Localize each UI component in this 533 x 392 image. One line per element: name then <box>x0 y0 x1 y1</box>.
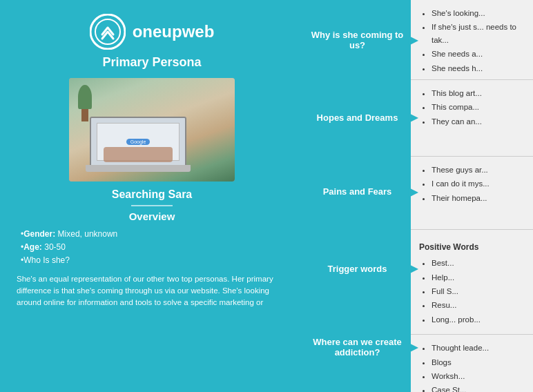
list-item: Help... <box>432 271 525 284</box>
left-panel: oneupweb Primary Persona Google Searchin… <box>0 0 304 392</box>
list-item: Blogs <box>432 356 525 369</box>
section-header-pains: Pains and Fears <box>304 155 411 228</box>
list-item: She needs h... <box>432 62 525 75</box>
section-headers-column: Why is she coming to us? Hopes and Dream… <box>304 0 411 392</box>
list-item: This blog art... <box>432 87 525 99</box>
persona-name: Searching Sara <box>112 188 193 201</box>
overview-details: •Gender: Mixed, unknown •Age: 30-50 •Who… <box>14 228 290 268</box>
list-item: These guys ar... <box>432 164 525 176</box>
list-item: They can an... <box>432 115 525 128</box>
list-item: Case St... <box>432 384 525 392</box>
list-item: Resu... <box>432 299 525 311</box>
oneupweb-logo-icon <box>90 14 126 50</box>
overview-label: Overview <box>129 210 175 222</box>
content-hopes: This blog art... This compa... They can … <box>411 80 533 156</box>
primary-persona-label: Primary Persona <box>102 55 201 70</box>
logo-area: oneupweb <box>90 14 215 50</box>
list-item: Long... prob... <box>432 313 525 326</box>
list-item: Best... <box>432 257 525 269</box>
list-item: If she's just s... needs to tak... <box>432 21 525 46</box>
list-item: Their homepa... <box>432 192 525 204</box>
persona-image: Google <box>69 78 235 182</box>
list-item: Worksh... <box>432 370 525 382</box>
content-addiction: Thought leade... Blogs Worksh... Case St… <box>411 335 533 392</box>
list-item: Thought leade... <box>432 342 525 354</box>
list-item: I can do it mys... <box>432 177 525 190</box>
content-column: She's looking... If she's just s... need… <box>411 0 533 392</box>
list-item: She needs a... <box>432 48 525 60</box>
right-panel: Why is she coming to us? Hopes and Dream… <box>304 0 533 392</box>
positive-words-label: Positive Words <box>419 241 525 254</box>
content-trigger: Positive Words Best... Help... Full S...… <box>411 230 533 334</box>
section-header-addiction: Where can we create addiction? <box>304 309 411 385</box>
list-item: Full S... <box>432 285 525 297</box>
section-header-hopes: Hopes and Dreams <box>304 79 411 155</box>
content-pains: These guys ar... I can do it mys... Thei… <box>411 157 533 229</box>
persona-description: She's an equal representation of our oth… <box>14 273 290 309</box>
section-header-why: Why is she coming to us? <box>304 0 411 79</box>
name-divider <box>131 205 173 206</box>
section-header-trigger: Trigger words <box>304 228 411 309</box>
brand-logo-text: oneupweb <box>133 22 215 41</box>
list-item: This compa... <box>432 101 525 113</box>
content-why: She's looking... If she's just s... need… <box>411 0 533 79</box>
list-item: She's looking... <box>432 7 525 19</box>
